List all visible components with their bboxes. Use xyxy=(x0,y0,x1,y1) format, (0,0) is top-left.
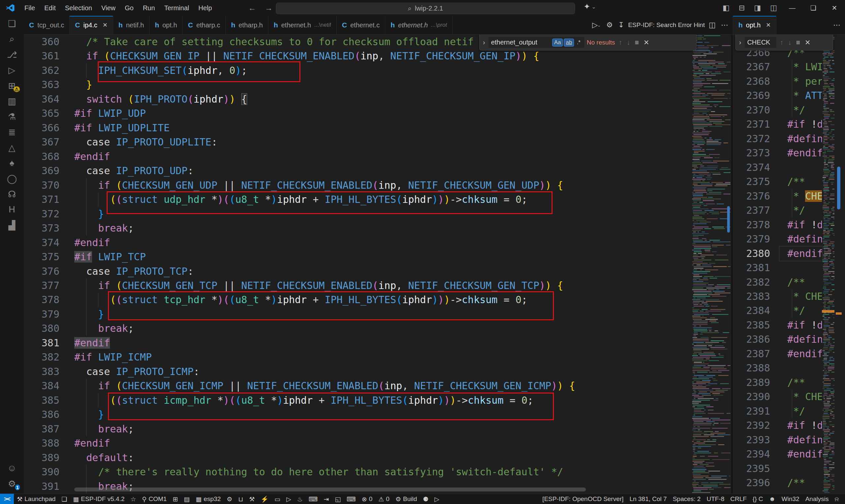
find-previous-icon[interactable]: ↑ xyxy=(618,39,623,47)
status-new-project-icon[interactable]: ⊞ xyxy=(170,494,181,504)
minimap[interactable] xyxy=(822,35,835,493)
status-select-region-icon[interactable]: ◱ xyxy=(332,494,344,504)
status-monitor-icon[interactable]: ▭ xyxy=(271,494,283,504)
find-in-selection-icon[interactable]: ≡ xyxy=(795,39,801,47)
close-button[interactable]: ✕ xyxy=(824,0,845,16)
code-line[interactable]: 2375/** xyxy=(733,175,822,189)
code-line[interactable]: 2392#if !def xyxy=(733,418,822,432)
menu-file[interactable]: File xyxy=(20,0,40,16)
status-terminal-icon[interactable]: ⌨ xyxy=(306,494,320,504)
code-line[interactable]: 2367 * LWIP_ xyxy=(733,60,822,74)
more-actions-icon[interactable]: ⋯ xyxy=(832,21,842,29)
activity-item-accounts[interactable]: ☺ xyxy=(0,461,24,476)
status-flame-icon[interactable]: ♨ xyxy=(294,494,306,504)
code-line[interactable]: 369 case IP_PROTO_UDP: xyxy=(24,164,691,178)
code-line[interactable]: 2382/** xyxy=(733,275,822,289)
status-errors[interactable]: ⊗0 xyxy=(359,494,376,504)
menu-terminal[interactable]: Terminal xyxy=(159,0,194,16)
activity-item-tool-spade[interactable]: ♠ xyxy=(0,155,24,171)
code-line[interactable]: 364 switch (IPH_PROTO(iphdr)) { xyxy=(24,92,691,106)
tab-ethernet-h[interactable]: hethernet.h...\netif xyxy=(268,16,337,34)
code-line[interactable]: 2386#define xyxy=(733,332,822,346)
match-case-toggle[interactable]: Aa xyxy=(552,39,563,47)
status-bell-icon[interactable]: ⍾ xyxy=(831,494,842,504)
status-encoding[interactable]: UTF-8 xyxy=(704,494,727,504)
status-launchpad-button[interactable]: ⚒Launchpad xyxy=(14,494,58,504)
code-line[interactable]: 2390 * CHECK xyxy=(733,390,822,404)
code-line[interactable]: 381#endif xyxy=(24,336,691,350)
code-line[interactable]: 2387#endif xyxy=(733,347,822,361)
status-terminal-arrow-icon[interactable]: ⇥ xyxy=(320,494,332,504)
find-previous-icon[interactable]: ↑ xyxy=(779,39,785,47)
code-line[interactable]: 2381 xyxy=(733,260,822,275)
code-line[interactable]: 390 /* there's really nothing to do here… xyxy=(24,465,691,479)
code-line[interactable]: 2383 * CHECK xyxy=(733,289,822,304)
tab-ethernet-h[interactable]: hethernet.h...\prot xyxy=(385,16,453,34)
tab-etharp-h[interactable]: hetharp.h xyxy=(226,16,268,34)
tab-tcp_out-c[interactable]: Ctcp_out.c xyxy=(24,16,70,34)
tab-netif-h[interactable]: hnetif.h xyxy=(113,16,149,34)
status-flash-bolt-icon[interactable]: ⚡ xyxy=(258,494,272,504)
esp-idf-hint-icon[interactable]: ↧ xyxy=(617,21,625,29)
menu-go[interactable]: Go xyxy=(120,0,138,16)
code-line[interactable]: 2393#define xyxy=(733,433,822,447)
minimap[interactable] xyxy=(691,35,731,493)
activity-item-manage[interactable]: ⚙1 xyxy=(0,476,24,491)
status-trash-icon[interactable]: ⊔ xyxy=(235,494,246,504)
tab-ethernet-c[interactable]: Cethernet.c xyxy=(337,16,385,34)
editor-secondary[interactable]: 2366/**2367 * LWIP_2368 * per n2369 * AT… xyxy=(733,35,845,493)
code-line[interactable]: 375#if LWIP_TCP xyxy=(24,250,691,264)
activity-item-extensions[interactable]: ⊞⚠ xyxy=(0,78,24,93)
toggle-primary-sidebar-icon[interactable]: ◧ xyxy=(718,4,734,12)
activity-item-cmake[interactable]: △ xyxy=(0,140,24,155)
code-line[interactable]: 2395 xyxy=(733,462,822,475)
more-actions-icon[interactable]: ⋯ xyxy=(720,21,729,29)
status-esp-idf-version[interactable]: ▦ESP-IDF v5.4.2 xyxy=(70,494,127,504)
code-line[interactable]: 2394#endif xyxy=(733,447,822,461)
activity-item-run-and-debug[interactable]: ▷ xyxy=(0,62,24,78)
code-line[interactable]: 374#endif xyxy=(24,235,691,250)
activity-item-tool-circle[interactable]: ◯ xyxy=(0,171,24,186)
close-icon[interactable]: ✕ xyxy=(103,21,108,29)
nav-back-icon[interactable]: ← xyxy=(248,3,256,13)
menu-edit[interactable]: Edit xyxy=(40,0,60,16)
code-line[interactable]: 389 default: xyxy=(24,451,691,465)
find-input[interactable] xyxy=(746,38,774,47)
activity-item-wifi-tool[interactable]: ☊ xyxy=(0,186,24,202)
code-line[interactable]: 380 break; xyxy=(24,321,691,336)
code-line[interactable]: 2385#if !def xyxy=(733,318,822,332)
status-run-button[interactable]: ▷ xyxy=(432,494,442,504)
scrollbar-thumb[interactable] xyxy=(727,206,730,233)
status-wrench-icon[interactable]: ⚒ xyxy=(246,494,258,504)
status-copilot-icon[interactable]: ☻ xyxy=(766,494,779,504)
code-line[interactable]: 2370 */ xyxy=(733,103,822,117)
tab-opt-h[interactable]: hopt.h✕ xyxy=(733,16,776,34)
status-platform[interactable]: Win32 xyxy=(779,494,803,504)
code-line[interactable]: 2389/** xyxy=(733,375,822,390)
menu-run[interactable]: Run xyxy=(138,0,160,16)
code-line[interactable]: 2373#endif xyxy=(733,146,822,160)
status-build-button[interactable]: ⚙Build xyxy=(392,494,420,504)
status-settings-gear-icon[interactable]: ⚙ xyxy=(224,494,235,504)
code-line[interactable]: 370 if (CHECKSUM_GEN_UDP || NETIF_CHECKS… xyxy=(24,178,691,192)
activity-item-source-control[interactable]: ⎇ xyxy=(0,47,24,62)
code-line[interactable]: 387 break; xyxy=(24,422,691,436)
toggle-secondary-sidebar-icon[interactable]: ◨ xyxy=(749,4,765,12)
code-line[interactable]: 368#endif xyxy=(24,149,691,164)
status-star-icon[interactable]: ☆ xyxy=(127,494,139,504)
code-line[interactable]: 376 case IP_PROTO_TCP: xyxy=(24,264,691,278)
find-input[interactable] xyxy=(491,38,551,47)
code-line[interactable]: 2372#define xyxy=(733,132,822,146)
gear-icon[interactable]: ⚙ xyxy=(605,21,614,29)
split-editor-icon[interactable]: ◫ xyxy=(707,21,717,29)
code-line[interactable]: 2378#if !def xyxy=(733,218,822,232)
restore-button[interactable]: ❏ xyxy=(803,0,824,16)
find-next-icon[interactable]: ↓ xyxy=(787,39,793,47)
nav-forward-icon[interactable]: → xyxy=(265,3,272,13)
run-file-button[interactable]: ▷⌄ xyxy=(591,21,602,29)
code-line[interactable]: 377 if (CHECKSUM_GEN_TCP || NETIF_CHECKS… xyxy=(24,278,691,292)
code-line[interactable]: 366#if LWIP_UDPLITE xyxy=(24,121,691,135)
code-line[interactable]: 2384 */ xyxy=(733,304,822,318)
status-bug-icon[interactable]: ⚈ xyxy=(420,494,432,504)
status-cursor-position[interactable]: Ln 381, Col 7 xyxy=(627,494,670,504)
